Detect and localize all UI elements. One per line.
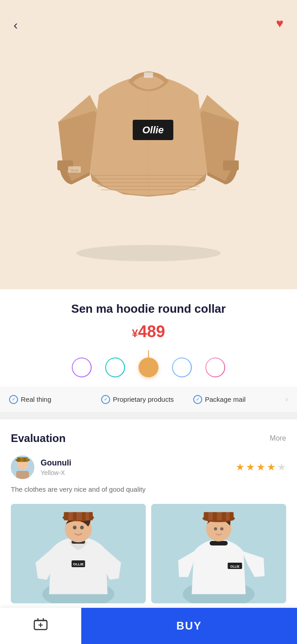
review-images: OLLIE <box>11 504 286 603</box>
check-icon-real: ✓ <box>9 395 18 404</box>
svg-text:OLLIE: OLLIE <box>73 562 84 566</box>
svg-point-0 <box>76 245 221 261</box>
review-user-row: Gounuli Yellow-X ★ ★ ★ ★ ★ <box>11 456 286 479</box>
buy-label: BUY <box>176 620 202 632</box>
svg-point-48 <box>214 527 217 530</box>
star-5: ★ <box>277 461 286 473</box>
tags-arrow-icon[interactable]: › <box>285 395 288 404</box>
reviewer-avatar <box>11 456 34 479</box>
favorite-button[interactable]: ♥ <box>276 16 283 31</box>
review-stars: ★ ★ ★ ★ ★ <box>236 461 286 473</box>
evaluation-title: Evaluation <box>11 432 65 445</box>
check-icon-mail: ✓ <box>193 395 202 404</box>
star-1: ★ <box>236 461 245 473</box>
product-info: Sen ma hoodie round collar ¥489 <box>0 289 297 350</box>
evaluation-more-button[interactable]: More <box>270 434 286 442</box>
reviewer-details: Gounuli Yellow-X <box>41 458 71 476</box>
svg-rect-19 <box>23 457 26 462</box>
color-pink[interactable] <box>205 357 225 377</box>
check-icon-prop: ✓ <box>101 395 110 404</box>
review-image-2: OLLIE <box>151 504 286 603</box>
color-purple[interactable] <box>72 357 92 377</box>
svg-rect-30 <box>64 512 69 520</box>
svg-rect-45 <box>213 512 217 520</box>
evaluation-section: Evaluation More <box>0 419 297 616</box>
review-text: The clothes are very nice and of good qu… <box>11 484 286 495</box>
back-button[interactable]: ‹ <box>14 18 18 33</box>
cart-icon <box>32 616 49 636</box>
color-selector <box>0 350 297 386</box>
svg-rect-33 <box>89 512 93 520</box>
svg-rect-47 <box>229 512 233 520</box>
tag-real-thing: ✓ Real thing <box>9 395 101 404</box>
reviewer-name: Gounuli <box>41 458 71 468</box>
price-currency: ¥ <box>132 327 138 339</box>
svg-rect-20 <box>16 471 29 479</box>
svg-point-35 <box>80 526 84 529</box>
review-user-info: Gounuli Yellow-X <box>11 456 71 479</box>
tag-proprietary: ✓ Proprietary products <box>101 395 193 404</box>
product-price: ¥489 <box>14 322 283 341</box>
svg-point-49 <box>220 527 223 530</box>
color-orange[interactable] <box>139 357 158 377</box>
svg-rect-46 <box>222 512 226 520</box>
star-2: ★ <box>246 461 255 473</box>
product-name: Sen ma hoodie round collar <box>14 302 283 316</box>
buy-button[interactable]: BUY <box>81 608 297 644</box>
svg-rect-9 <box>144 72 153 78</box>
cart-button[interactable] <box>0 608 81 644</box>
product-image: Ollie OLLIE <box>54 32 243 267</box>
evaluation-header: Evaluation More <box>11 432 286 445</box>
svg-rect-18 <box>17 457 20 462</box>
tags-row: ✓ Real thing ✓ Proprietary products ✓ Pa… <box>0 386 297 412</box>
svg-point-34 <box>73 526 77 529</box>
review-image-1: OLLIE <box>11 504 146 603</box>
tag-mail-label: Package mail <box>205 395 246 403</box>
svg-text:OLLIE: OLLIE <box>230 564 240 568</box>
svg-text:OLLIE: OLLIE <box>70 169 78 172</box>
svg-rect-32 <box>82 512 85 520</box>
svg-text:Ollie: Ollie <box>142 124 164 136</box>
star-4: ★ <box>267 461 276 473</box>
svg-rect-38 <box>210 541 228 545</box>
section-divider <box>0 412 297 419</box>
reviewer-variant: Yellow-X <box>41 469 71 476</box>
product-hero: ‹ ♥ <box>0 0 297 289</box>
tag-package-mail: ✓ Package mail <box>193 395 285 404</box>
star-3: ★ <box>256 461 265 473</box>
svg-rect-44 <box>204 512 209 520</box>
bottom-bar: BUY <box>0 608 297 644</box>
price-value: 489 <box>138 322 165 341</box>
tag-prop-label: Proprietary products <box>113 395 174 403</box>
color-teal[interactable] <box>105 357 125 377</box>
color-blue[interactable] <box>172 357 192 377</box>
tag-real-label: Real thing <box>21 395 51 403</box>
svg-rect-2 <box>223 160 239 170</box>
svg-rect-31 <box>73 512 77 520</box>
